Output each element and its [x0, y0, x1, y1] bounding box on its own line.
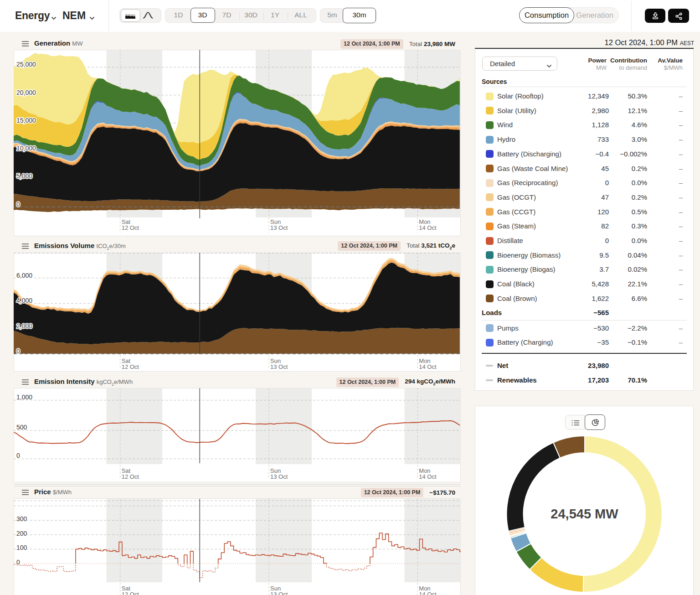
svg-text:6,000: 6,000 — [16, 272, 32, 279]
svg-text:5,000: 5,000 — [16, 172, 32, 180]
svg-text:0: 0 — [16, 559, 20, 566]
svg-text:300: 300 — [16, 515, 27, 523]
svg-text:100: 100 — [16, 544, 27, 551]
svg-text:25,000: 25,000 — [16, 61, 36, 68]
svg-text:15,000: 15,000 — [16, 117, 36, 124]
svg-text:1,000: 1,000 — [16, 393, 32, 401]
svg-text:10,000: 10,000 — [16, 145, 36, 152]
svg-text:2,000: 2,000 — [16, 322, 32, 330]
svg-text:0: 0 — [16, 201, 20, 208]
svg-text:200: 200 — [16, 530, 27, 537]
svg-text:0: 0 — [16, 347, 20, 355]
svg-text:4,000: 4,000 — [16, 297, 32, 304]
svg-text:20,000: 20,000 — [16, 89, 36, 96]
svg-text:0: 0 — [16, 452, 20, 459]
svg-text:500: 500 — [16, 424, 27, 431]
